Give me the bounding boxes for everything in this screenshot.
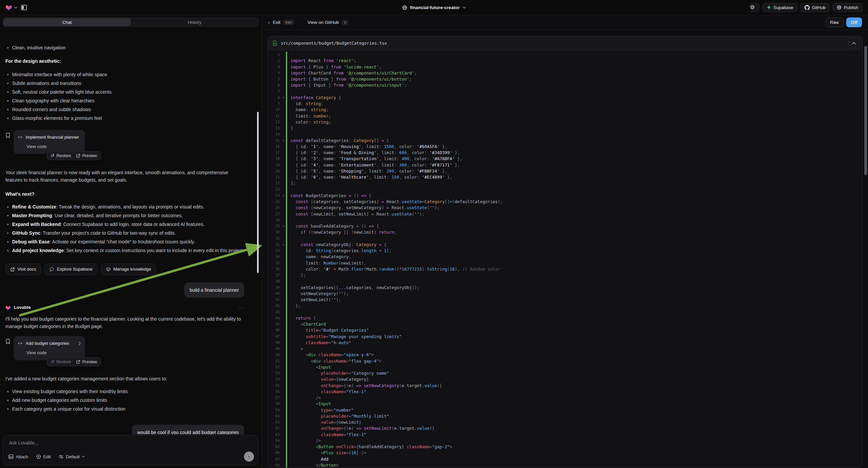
restore-preview-pill: ↺Restore Preview [46,357,101,366]
edit-mode-button[interactable]: Edit [36,454,51,459]
view-code-link[interactable]: View code [27,143,81,150]
line-number: 14 [268,131,281,137]
external-link-icon [76,154,80,158]
section-heading: What's next? [5,191,244,198]
line-number: 48 [268,340,281,346]
publish-button[interactable]: Publish [832,3,863,12]
bullet-dot-icon [7,74,9,76]
restore-label: Restore [56,358,71,365]
bullet-dot-icon [7,83,9,84]
chevron-down-icon [463,6,466,9]
view-code-link[interactable]: View code [27,350,81,356]
chat-scrollbar-thumb[interactable] [257,112,259,273]
lovable-logo-menu[interactable] [5,4,18,10]
code-line: 15∨const defaultCategories: Category[] =… [268,138,862,144]
send-button[interactable]: ↑ [244,451,254,462]
external-link-icon [10,267,15,272]
diff-added-stripe [286,297,287,303]
list-item: Add project knowledge: Set key context o… [5,246,244,255]
message-more-menu[interactable]: ··· [239,304,244,311]
project-switcher[interactable]: financial-future-creator [402,5,466,10]
diff-added-stripe [286,187,287,193]
code-line: 59 type="number" [268,407,862,413]
code-text: } [290,125,293,131]
explore-supabase-button[interactable]: Explore Supabase [44,264,97,275]
settings-button[interactable]: ⚙ [750,3,760,12]
line-number: 67 [268,456,281,462]
code-line: 32∨ const newCategoryObj: Category = { [268,242,862,248]
code-text: id: string; [290,101,323,107]
bullet-text: Add project knowledge: Set key context o… [12,246,244,255]
collapse-file-button[interactable] [848,38,859,49]
raw-toggle-button[interactable]: Raw [826,18,843,27]
chevron-down-icon [82,456,85,458]
visit-docs-button[interactable]: Visit docs [5,264,41,275]
fold-spacer [281,58,286,64]
diff-added-stripe [286,242,287,248]
diff-added-stripe [286,352,287,358]
code-text: const [categories, setCategories] = Reac… [290,199,503,205]
version-card-add-budget-categories[interactable]: <> Add budget categories View code ↺Rest… [14,336,85,360]
tab-chat[interactable]: Chat [3,18,131,26]
diff-added-stripe [286,217,287,223]
manage-knowledge-button[interactable]: Manage knowledge [101,264,156,275]
fold-chevron-icon[interactable]: ∨ [281,193,286,199]
file-header[interactable]: src/components/budget/BudgetCategories.t… [268,36,862,50]
bullet-text: Master Prompting: Use clear, detailed, a… [12,211,183,220]
preview-button[interactable]: Preview [76,358,97,365]
code-line: 66 <Plus size={16} /> [268,450,862,456]
line-number: 25 [268,199,281,205]
diff-added-stripe [286,407,287,413]
code-scrollbar-thumb[interactable] [864,46,867,175]
fold-chevron-icon[interactable]: ∨ [281,242,286,248]
preview-button[interactable]: Preview [76,152,97,159]
restore-button[interactable]: ↺Restore [51,358,71,365]
code-line: 49 > [268,346,862,352]
chat-input[interactable] [9,440,252,451]
fold-chevron-icon[interactable]: ∨ [281,223,286,229]
model-mode-selector[interactable]: Default [59,454,85,459]
fold-spacer [281,407,286,413]
code-editor: 12import React from 'react';3import { Pl… [268,50,862,468]
diff-toggle-button[interactable]: Diff [846,18,862,27]
diff-added-stripe [286,168,287,174]
fold-spacer [281,297,286,303]
bullet-dot-icon [7,206,9,208]
restore-icon: ↺ [51,359,54,364]
restore-button[interactable]: ↺Restore [51,152,71,159]
version-card-implement-financial-planner[interactable]: <> Implement financial planner View code… [14,130,85,154]
user-message-row: would be cool if you could add budget ca… [5,425,244,434]
diff-added-stripe [286,260,287,266]
preview-label: Preview [82,358,97,365]
fold-spacer [281,236,286,242]
fold-spacer [281,309,286,315]
file-plus-icon [273,40,277,46]
tab-history[interactable]: History [131,18,258,26]
code-text: const handleAddCategory = () => { [290,223,379,229]
chevron-up-icon [852,42,856,45]
fold-spacer [281,64,286,70]
diff-added-stripe [286,101,287,107]
line-number: 8 [268,95,281,101]
list-item: Add new budget categories with custom li… [5,396,244,405]
code-text: const [newLimit, setNewLimit] = React.us… [290,211,425,217]
chat-panel: Chat History Clean, intuitive navigation… [0,15,262,468]
exit-button[interactable]: ‹ Exit ESC [268,20,294,25]
view-on-github-button[interactable]: View on GitHub G [307,20,348,25]
fold-spacer [281,278,286,284]
toggle-sidebar-button[interactable] [21,4,27,11]
attach-button[interactable]: Attach [8,454,28,459]
supabase-button[interactable]: Supabase [762,3,798,12]
line-number: 2 [268,58,281,64]
top-bar: financial-future-creator ⚙ Supabase GitH… [0,0,868,15]
fold-chevron-icon[interactable]: ∨ [281,95,286,101]
code-text: <Plus size={16} /> [290,450,366,456]
fold-chevron-icon[interactable]: ∨ [281,138,286,144]
code-text: /> [290,395,321,401]
github-button[interactable]: GitHub [800,3,830,12]
code-line: 41 setNewLimit(''); [268,297,862,303]
fold-spacer [281,272,286,278]
fold-spacer [281,432,286,438]
chevron-left-icon: ‹ [268,20,270,25]
line-number: 56 [268,389,281,395]
